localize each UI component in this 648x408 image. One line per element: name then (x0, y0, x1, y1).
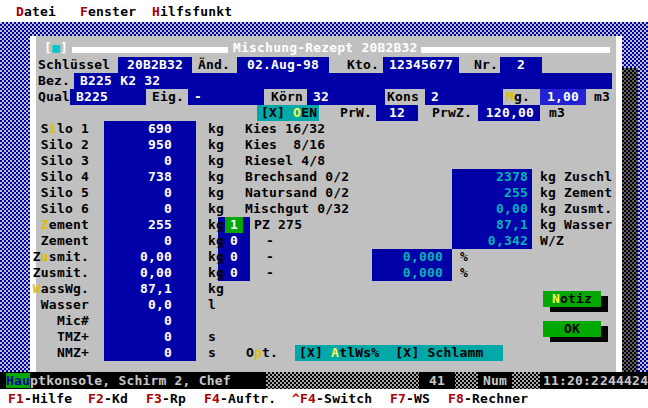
status-counter: 244424 (600, 372, 648, 389)
mg-label-rest: g. (514, 89, 530, 104)
status-count: 41 (419, 372, 455, 389)
prw-field[interactable]: 12 (376, 105, 418, 121)
silo2-material: Kies 8/16 (245, 137, 325, 153)
zement2-label: Zement (32, 233, 89, 249)
silo6-material: Mischgut 0/32 (245, 201, 349, 217)
bez-field[interactable]: B225 K2 32 (74, 73, 612, 89)
zusmit2-sort-field[interactable]: 0 (218, 265, 250, 281)
menu-fenster-label: enster (88, 4, 136, 19)
prw-label: PrW. (340, 105, 372, 121)
dialog-shadow (622, 68, 638, 372)
mg-hotkey: M (506, 89, 514, 104)
close-button[interactable]: [■] (44, 40, 68, 56)
menu-item-datei[interactable]: Datei (16, 4, 56, 20)
kto-field[interactable]: 12345677 (383, 57, 459, 73)
eig-label: Eig. (152, 89, 184, 105)
zement1-label: Zement (32, 217, 89, 233)
koern-field[interactable]: 32 (307, 89, 385, 105)
fkey-f8-rechner[interactable]: F8-Rechner (448, 391, 528, 407)
menu-item-hilfsfunkt[interactable]: Hilfsfunkt (152, 4, 232, 20)
percent2-value: 0,000 (372, 265, 443, 281)
kons-field[interactable]: 2 (425, 89, 503, 105)
zusmit1-type: - (266, 249, 274, 265)
percent1-value: 0,000 (372, 249, 443, 265)
zement1-value[interactable]: 255 (104, 217, 172, 233)
wasswg-value[interactable]: 87,1 (104, 281, 172, 297)
zement2-value[interactable]: 0 (104, 233, 172, 249)
eig-field[interactable]: - (188, 89, 264, 105)
notiz-button[interactable]: Notiz (543, 291, 601, 307)
prwz-field[interactable]: 120,00 (478, 105, 540, 121)
tmz-value[interactable]: 0 (104, 329, 172, 345)
mg-field[interactable]: 1,00 (540, 89, 586, 105)
notiz-hotkey: N (552, 291, 560, 306)
silo5-material: Natursand 0/2 (245, 185, 349, 201)
atlws-label-rest: tlWs% (339, 345, 379, 360)
silo6-unit: kg (208, 201, 224, 217)
silo2-unit: kg (208, 137, 224, 153)
schlamm-checkbox: [X] Schlamm (379, 345, 483, 360)
fkey-f3-rp[interactable]: F3-Rp (146, 391, 186, 407)
zusmit2-value[interactable]: 0,00 (104, 265, 172, 281)
qual-field[interactable]: B225 (70, 89, 146, 105)
wasswg-unit: kg (208, 281, 224, 297)
mic-value[interactable]: 0 (104, 313, 172, 329)
oen-hotkey: O (293, 105, 301, 120)
zement1-sort-field[interactable]: 1 (218, 217, 250, 233)
zement2-sort-field[interactable]: 0 (218, 233, 250, 249)
silo1-material: Kies 16/32 (245, 121, 325, 137)
ok-button[interactable]: OK (543, 321, 601, 337)
opt-label: Opt. (246, 345, 278, 361)
schluessel-field[interactable]: 20B2B32 (118, 57, 192, 73)
silo1-value[interactable]: 690 (104, 121, 172, 137)
prwz-unit-label: m3 (549, 105, 565, 121)
zusmit2-label: Zusmit. (32, 265, 89, 281)
nr-label: Nr. (474, 57, 498, 73)
notiz-label: otiz (560, 291, 592, 306)
percent2-unit: % (460, 265, 468, 281)
menu-item-fenster[interactable]: Fenster (80, 4, 136, 20)
zusmit1-sort-field[interactable]: 0 (218, 249, 250, 265)
silo6-value[interactable]: 0 (104, 201, 172, 217)
wasser-label: Wasser (32, 297, 89, 313)
nmz-unit: s (208, 345, 216, 361)
koern-label: Körn (271, 89, 303, 105)
menu-hilfsfunkt-label: ilfsfunkt (160, 4, 232, 19)
nmz-value[interactable]: 0 (104, 345, 172, 361)
nmz-label: NMZ+ (32, 345, 89, 361)
menu-hilfsfunkt-hotkey: H (152, 4, 160, 19)
close-bracket-right: ] (60, 40, 68, 55)
mic-label: Mic# (32, 313, 89, 329)
silo3-value[interactable]: 0 (104, 153, 172, 169)
oen-checkbox[interactable]: [X] OEN (257, 105, 319, 121)
summary-wz-label: W/Z (540, 233, 564, 249)
silo5-unit: kg (208, 185, 224, 201)
zusmit2-type: - (266, 265, 274, 281)
summary-zuschl-value: 2378 (452, 169, 528, 185)
bez-label: Bez. (38, 73, 70, 89)
fkey-f7-ws[interactable]: F7-WS (390, 391, 430, 407)
silo2-value[interactable]: 950 (104, 137, 172, 153)
silo3-material: Riesel 4/8 (245, 153, 325, 169)
fkey-ctrlf4-switch[interactable]: ^F4-Switch (292, 391, 372, 407)
fkey-f4-auftr[interactable]: F4-Auftr. (204, 391, 276, 407)
zusmit1-value[interactable]: 0,00 (104, 249, 172, 265)
silo3-label: Silo 3 (32, 153, 89, 169)
silo6-label: Silo 6 (32, 201, 89, 217)
numlock-indicator: Num (478, 372, 512, 389)
summary-wasser-label: kg Wasser (540, 217, 612, 233)
silo5-value[interactable]: 0 (104, 185, 172, 201)
aend-field[interactable]: 02.Aug-98 (237, 57, 329, 73)
opt-checkboxes[interactable]: [X] AtlWs% [X] Schlamm (295, 345, 503, 361)
mg-unit-label: m3 (594, 89, 610, 105)
nr-field[interactable]: 2 (500, 57, 542, 73)
silo5-label: Silo 5 (32, 185, 89, 201)
fkey-f1-hilfe[interactable]: F1-Hilfe (8, 391, 72, 407)
wasser-value[interactable]: 0,0 (104, 297, 172, 313)
silo4-value[interactable]: 738 (104, 169, 172, 185)
summary-wz-value: 0,342 (452, 233, 528, 249)
silo4-material: Brechsand 0/2 (245, 169, 349, 185)
fkey-f2-kd[interactable]: F2-Kd (88, 391, 128, 407)
summary-zement-label: kg Zement (540, 185, 612, 201)
summary-wasser-value: 87,1 (452, 217, 528, 233)
